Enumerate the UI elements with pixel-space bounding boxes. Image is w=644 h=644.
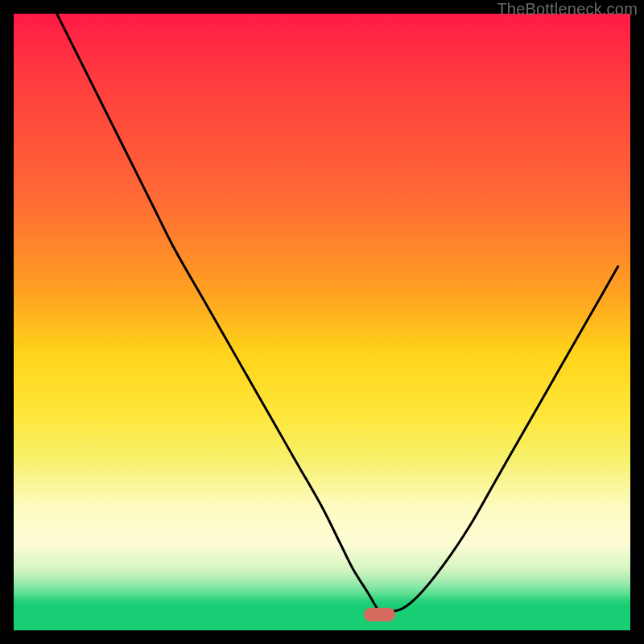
bottleneck-minimum-marker <box>364 608 395 621</box>
chart-frame <box>12 12 632 632</box>
bottleneck-curve <box>14 14 630 630</box>
watermark-text: TheBottleneck.com <box>497 0 638 19</box>
